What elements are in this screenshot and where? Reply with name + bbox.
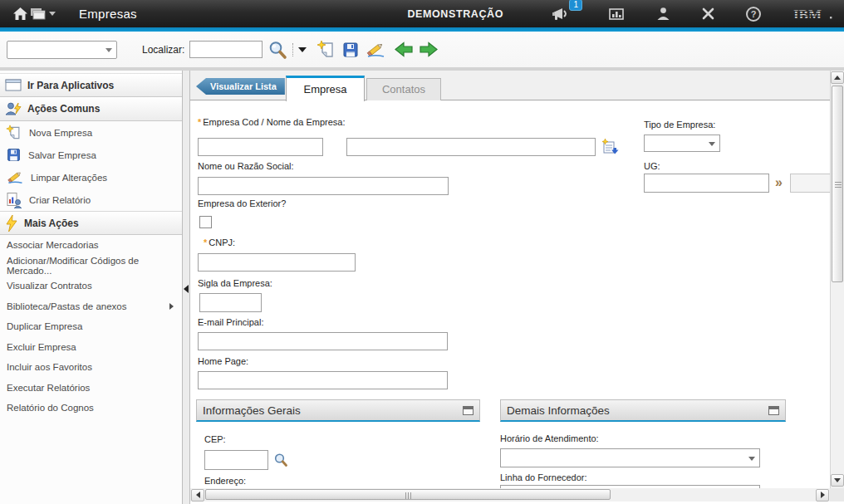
scroll-right-button[interactable] (816, 489, 829, 502)
vertical-scroll-thumb[interactable] (832, 86, 843, 282)
horizontal-scroll-thumb[interactable] (205, 489, 611, 500)
new-page-icon (316, 40, 336, 60)
sidebar-item-label: Executar Relatórios (7, 383, 90, 393)
eraser-pencil-icon (365, 41, 386, 59)
exterior-label: Empresa do Exterior? (198, 198, 286, 208)
sidebar-header-label: Ir Para Aplicativos (27, 80, 114, 91)
close-session-button[interactable] (702, 7, 714, 20)
horario-select[interactable] (500, 448, 760, 467)
sidebar-item-label: Visualizar Contratos (7, 281, 92, 291)
previous-record-button[interactable] (394, 41, 414, 58)
scroll-left-button[interactable] (191, 489, 204, 502)
view-list-button[interactable]: Visualizar Lista (196, 78, 285, 95)
sidebar-item-executar-relatorios[interactable]: Executar Relatórios (0, 378, 182, 399)
help-button[interactable]: ? (746, 7, 761, 22)
clear-changes-button[interactable] (365, 41, 386, 59)
new-record-button[interactable] (316, 40, 336, 60)
sidebar-item-salvar-empresa[interactable]: Salvar Empresa (0, 144, 182, 166)
chevron-down-icon (748, 457, 755, 461)
sidebar-item-visualizar-contratos[interactable]: Visualizar Contratos (0, 276, 182, 296)
environment-label: DEMONSTRAÇÃO (407, 8, 503, 20)
localizar-label: Localizar: (142, 44, 184, 56)
search-options-caret[interactable] (298, 47, 307, 52)
ibm-logo: IBM (792, 7, 834, 22)
tab-contatos[interactable]: Contatos (366, 78, 441, 100)
empresa-nome-input[interactable] (346, 138, 596, 156)
detail-menu-icon (601, 139, 619, 155)
empresa-cod-label: *Empresa Cod / Nome da Empresa: (198, 117, 345, 127)
ug-chevrons-button[interactable]: » (775, 177, 783, 188)
sidebar-item-limpar-alteracoes[interactable]: Limpar Alterações (0, 166, 182, 188)
section-informacoes-gerais: Informações Gerais (196, 399, 480, 422)
sidebar-item-label: Salvar Empresa (28, 150, 96, 160)
minimize-section-button[interactable] (768, 406, 779, 415)
detail-menu-button[interactable] (601, 139, 619, 159)
sidebar-item-excluir-empresa[interactable]: Excluir Empresa (0, 337, 182, 358)
record-toolbar: Localizar: (0, 32, 844, 71)
sigla-input[interactable] (199, 293, 262, 312)
homepage-input[interactable] (198, 371, 448, 389)
new-page-icon (6, 125, 22, 141)
scroll-down-button[interactable] (831, 474, 844, 487)
sidebar-item-biblioteca-pastas-anexos[interactable]: Biblioteca/Pastas de anexos (0, 296, 182, 317)
ug-input[interactable] (644, 174, 769, 193)
arrow-right-icon (419, 41, 439, 58)
cnpj-input[interactable] (198, 253, 356, 272)
sidebar-item-adicionar-modificar-codigos[interactable]: Adicionar/Modificar Códigos de Mercado..… (0, 256, 182, 276)
home-button[interactable] (10, 7, 30, 21)
tipo-empresa-select[interactable] (644, 135, 720, 152)
submenu-arrow-icon (169, 303, 174, 310)
query-select[interactable] (7, 41, 117, 59)
sidebar-item-associar-mercadorias[interactable]: Associar Mercadorias (0, 235, 182, 256)
person-actions-icon (5, 101, 22, 116)
common-actions-header: Ações Comuns (0, 97, 182, 121)
profile-button[interactable] (656, 7, 670, 21)
cep-input[interactable] (204, 450, 268, 470)
more-actions-header: Mais Ações (0, 211, 182, 235)
required-asterisk: * (198, 117, 201, 127)
empresa-cod-input[interactable] (198, 138, 323, 156)
sidebar-item-relatorio-do-cognos[interactable]: Relatório do Cognos (0, 398, 182, 418)
search-button[interactable] (267, 40, 287, 60)
horizontal-scrollbar[interactable] (190, 488, 830, 502)
more-actions-title: Mais Ações (24, 218, 79, 229)
collapse-sidebar-handle[interactable] (184, 285, 189, 293)
email-label: E-mail Principal: (198, 317, 263, 327)
section-title: Informações Gerais (203, 404, 301, 417)
minimize-section-button[interactable] (463, 406, 474, 415)
cep-search-button[interactable] (273, 453, 288, 471)
exterior-checkbox[interactable] (199, 216, 212, 228)
page-title: Empresas (79, 7, 137, 21)
sidebar: Ir Para Aplicativos Ações Comuns Nova Em… (0, 71, 182, 504)
report-icon (6, 192, 22, 208)
homepage-label: Home Page: (198, 356, 248, 366)
horario-label: Horário de Atendimento: (500, 433, 599, 443)
tab-strip: Visualizar Lista Empresa Contatos (190, 71, 830, 100)
arrow-left-icon (394, 41, 414, 58)
next-record-button[interactable] (419, 41, 439, 58)
vertical-scrollbar[interactable] (830, 71, 844, 488)
sidebar-item-nova-empresa[interactable]: Nova Empresa (0, 121, 182, 144)
megaphone-icon (552, 7, 572, 22)
help-icon: ? (746, 7, 761, 22)
sidebar-item-duplicar-empresa[interactable]: Duplicar Empresa (0, 316, 182, 337)
sidebar-item-incluir-aos-favoritos[interactable]: Incluir aos Favoritos (0, 357, 182, 378)
email-input[interactable] (198, 332, 448, 350)
cep-label: CEP: (204, 434, 226, 444)
tab-empresa[interactable]: Empresa (286, 76, 365, 101)
scroll-up-button[interactable] (831, 71, 844, 84)
localizar-input[interactable] (189, 41, 263, 58)
sidebar-item-go-to-applications[interactable]: Ir Para Aplicativos (0, 73, 182, 97)
magnifier-icon (273, 453, 288, 467)
save-button[interactable] (341, 41, 360, 59)
reports-button[interactable] (608, 7, 625, 21)
linha-fornecedor-label: Linha do Fornecedor: (500, 472, 587, 482)
notification-badge: 1 (569, 0, 582, 11)
applications-menu-button[interactable] (30, 7, 56, 20)
nome-razao-input[interactable] (198, 177, 449, 195)
close-icon (702, 7, 714, 20)
announcements-button[interactable]: 1 (552, 7, 572, 22)
sidebar-splitter[interactable] (182, 71, 190, 504)
bar-chart-icon (608, 7, 625, 21)
sidebar-item-criar-relatorio[interactable]: Criar Relatório (0, 188, 182, 211)
